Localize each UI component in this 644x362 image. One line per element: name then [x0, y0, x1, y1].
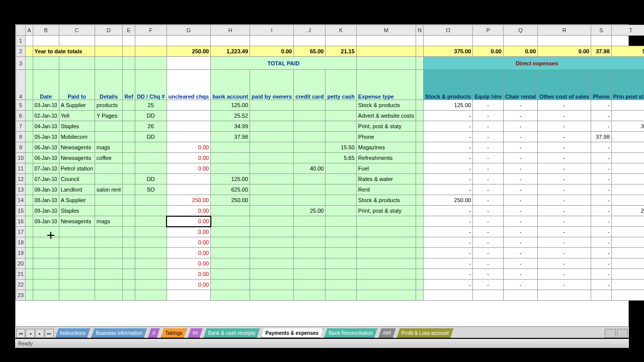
cell-petty[interactable]	[326, 280, 356, 290]
cell-s[interactable]: -	[591, 269, 612, 280]
cell-o[interactable]: -	[424, 174, 473, 185]
cell-q[interactable]: -	[503, 153, 537, 163]
cell-uncleared[interactable]: 0.00	[167, 216, 211, 227]
cell-cc[interactable]	[294, 258, 326, 269]
colhdr[interactable]: H	[211, 25, 250, 36]
cell-dd[interactable]	[135, 290, 167, 301]
cell-dd[interactable]	[135, 258, 167, 269]
cell-paidto[interactable]: Newsagents	[59, 216, 95, 227]
cell-q[interactable]: -	[503, 280, 537, 290]
cell-ref[interactable]	[123, 111, 135, 121]
cell-ref[interactable]	[123, 206, 135, 216]
rowhdr[interactable]: 18	[16, 237, 26, 248]
cell-p[interactable]: -	[473, 227, 504, 237]
cell-t[interactable]: -	[611, 100, 644, 111]
sheet-tab[interactable]: #	[148, 328, 160, 338]
cell-cc[interactable]	[294, 290, 326, 301]
cell-o[interactable]: -	[424, 163, 473, 174]
cell-details[interactable]: products	[95, 100, 122, 111]
cell-cc[interactable]	[294, 153, 326, 163]
cell-bank[interactable]: 125.00	[211, 100, 250, 111]
cell-ref[interactable]	[123, 132, 135, 142]
cell-t[interactable]: -	[611, 185, 644, 195]
spreadsheet-grid[interactable]: A B C D E F G H I J K M N O P Q R S T 1 …	[16, 25, 644, 301]
cell-ref[interactable]	[123, 185, 135, 195]
cell-exptype[interactable]: Stock & products	[356, 100, 416, 111]
cell-exptype[interactable]: Phone	[356, 132, 416, 142]
cell-exptype[interactable]: Advert & website costs	[356, 111, 416, 121]
cell-p[interactable]	[473, 290, 504, 301]
cell-date[interactable]: 05-Jan-10	[33, 132, 59, 142]
cell-dd[interactable]	[135, 237, 167, 248]
cell-date[interactable]	[33, 269, 59, 280]
cell-owners[interactable]	[250, 100, 294, 111]
cell-owners[interactable]	[250, 174, 294, 185]
cell-date[interactable]: 06-Jan-10	[33, 153, 59, 163]
colhdr[interactable]: G	[167, 25, 211, 36]
colhdr[interactable]: B	[33, 25, 59, 36]
cell-r[interactable]: -	[538, 237, 591, 248]
sheet-tab[interactable]: Bank & cash receipts	[204, 328, 260, 338]
cell[interactable]	[26, 290, 33, 301]
cell[interactable]	[416, 111, 424, 121]
cell-bank[interactable]	[211, 248, 250, 258]
cell-date[interactable]: 06-Jan-10	[33, 142, 59, 153]
cell-exptype[interactable]: Rates & water	[356, 174, 416, 185]
cell-uncleared[interactable]: 0.00	[167, 163, 211, 174]
cell[interactable]	[26, 206, 33, 216]
cell-p[interactable]: -	[473, 100, 504, 111]
cell-t[interactable]: -	[611, 111, 644, 121]
cell[interactable]	[416, 227, 424, 237]
rowhdr[interactable]: 19	[16, 248, 26, 258]
cell-dd[interactable]	[135, 248, 167, 258]
cell-uncleared[interactable]	[167, 174, 211, 185]
cell-details[interactable]	[95, 280, 122, 290]
cell-s[interactable]: -	[591, 111, 612, 121]
cell-s[interactable]: -	[591, 185, 612, 195]
cell-t[interactable]: -	[611, 163, 644, 174]
cell-paidto[interactable]: Newsagents	[59, 153, 95, 163]
cell[interactable]	[26, 121, 33, 132]
cell-date[interactable]: 07-Jan-10	[33, 163, 59, 174]
cell-bank[interactable]	[211, 216, 250, 227]
cell-dd[interactable]	[135, 216, 167, 227]
cell[interactable]	[416, 142, 424, 153]
cell[interactable]	[26, 132, 33, 142]
cell-dd[interactable]: 25	[135, 100, 167, 111]
cell-owners[interactable]	[250, 237, 294, 248]
sheet-tab[interactable]: ##	[188, 328, 202, 338]
cell-cc[interactable]	[294, 142, 326, 153]
cell-bank[interactable]: 37.98	[211, 132, 250, 142]
colhdr[interactable]: P	[473, 25, 504, 36]
colhdr[interactable]: S	[591, 25, 612, 36]
cell-s[interactable]: -	[591, 100, 612, 111]
cell-ref[interactable]	[123, 195, 135, 206]
cell-dd[interactable]: DD	[135, 174, 167, 185]
cell-s[interactable]: -	[591, 163, 612, 174]
cell-date[interactable]: 08-Jan-10	[33, 195, 59, 206]
rowhdr[interactable]: 3	[16, 57, 26, 70]
cell-s[interactable]	[591, 290, 612, 301]
cell-cc[interactable]	[294, 132, 326, 142]
cell-p[interactable]: -	[473, 121, 504, 132]
colhdr[interactable]: J	[294, 25, 326, 36]
cell-petty[interactable]: 15.50	[326, 142, 356, 153]
cell-bank[interactable]	[211, 206, 250, 216]
cell-p[interactable]: -	[473, 258, 504, 269]
cell-date[interactable]	[33, 248, 59, 258]
cell-details[interactable]: salon rent	[95, 185, 122, 195]
colhdr[interactable]: O	[424, 25, 473, 36]
cell-t[interactable]: -	[611, 216, 644, 227]
cell-q[interactable]: -	[503, 132, 537, 142]
sheet-tab[interactable]: Business information	[91, 328, 147, 338]
cell-ref[interactable]	[123, 142, 135, 153]
cell-paidto[interactable]: Staples	[59, 121, 95, 132]
cell[interactable]	[416, 174, 424, 185]
cell-uncleared[interactable]	[167, 111, 211, 121]
rowhdr[interactable]: 10	[16, 153, 26, 163]
colhdr[interactable]: I	[250, 25, 294, 36]
rowhdr[interactable]: 7	[16, 121, 26, 132]
rowhdr[interactable]: 4	[16, 70, 26, 100]
cell-uncleared[interactable]: 0.00	[167, 258, 211, 269]
cell-uncleared[interactable]: 0.00	[167, 153, 211, 163]
